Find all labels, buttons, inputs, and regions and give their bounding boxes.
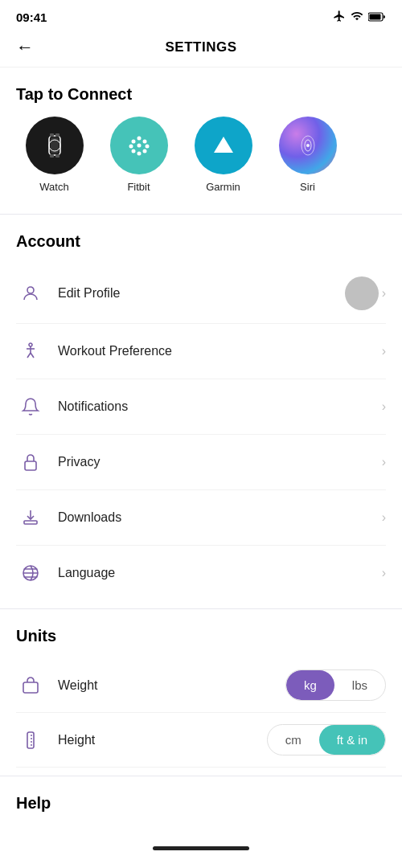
globe-icon — [16, 559, 45, 588]
connect-item-siri[interactable]: Siri — [269, 117, 346, 193]
svg-rect-8 — [55, 154, 59, 158]
svg-point-13 — [137, 144, 141, 148]
menu-item-language[interactable]: Language › — [16, 546, 386, 600]
siri-icon — [293, 130, 323, 161]
airplane-icon — [333, 10, 346, 25]
tap-to-connect-section: Tap to Connect Watch — [0, 68, 402, 214]
downloads-chevron: › — [382, 510, 386, 525]
svg-rect-32 — [27, 732, 34, 748]
notifications-label: Notifications — [58, 399, 382, 414]
svg-point-9 — [137, 137, 141, 141]
person-icon — [16, 279, 45, 308]
battery-icon — [368, 10, 386, 24]
edit-profile-chevron: › — [382, 286, 386, 301]
language-chevron: › — [382, 566, 386, 580]
page-header: ← SETTINGS — [0, 31, 402, 68]
weight-lbs-button[interactable]: lbs — [334, 670, 385, 700]
figure-icon — [16, 337, 45, 366]
garmin-label: Garmin — [206, 181, 240, 193]
privacy-chevron: › — [382, 455, 386, 469]
lock-icon — [16, 448, 45, 477]
fitbit-label: Fitbit — [127, 181, 150, 193]
units-title: Units — [16, 627, 386, 645]
status-icons — [333, 10, 386, 25]
height-ftin-button[interactable]: ft & in — [319, 725, 385, 755]
siri-label: Siri — [300, 181, 315, 193]
svg-rect-5 — [50, 133, 54, 137]
fitbit-icon-circle — [110, 117, 168, 174]
svg-rect-28 — [25, 461, 36, 470]
svg-point-14 — [145, 145, 149, 149]
status-time: 09:41 — [16, 10, 47, 24]
home-indicator — [153, 846, 249, 850]
unit-item-weight: Weight kg lbs — [16, 658, 386, 713]
weight-icon — [16, 671, 45, 700]
edit-profile-label: Edit Profile — [58, 286, 345, 301]
privacy-label: Privacy — [58, 455, 382, 469]
svg-line-27 — [31, 353, 34, 358]
back-button[interactable]: ← — [16, 37, 34, 58]
svg-rect-7 — [50, 154, 54, 158]
notifications-chevron: › — [382, 399, 386, 414]
watch-icon-circle — [26, 117, 84, 174]
workout-preference-label: Workout Preference — [58, 344, 382, 358]
svg-point-16 — [142, 149, 146, 154]
menu-item-downloads[interactable]: Downloads › — [16, 490, 386, 546]
help-title: Help — [16, 794, 386, 813]
menu-item-edit-profile[interactable]: Edit Profile › — [16, 264, 386, 324]
menu-item-notifications[interactable]: Notifications › — [16, 379, 386, 435]
siri-icon-circle — [279, 117, 337, 174]
garmin-icon — [208, 130, 239, 161]
ruler-icon — [16, 726, 45, 755]
wifi-icon — [351, 10, 363, 25]
svg-point-21 — [306, 144, 310, 147]
svg-line-26 — [27, 353, 31, 358]
svg-rect-1 — [370, 14, 381, 20]
language-label: Language — [58, 566, 382, 580]
svg-point-22 — [27, 287, 34, 293]
bottom-bar — [0, 833, 402, 858]
svg-rect-31 — [23, 682, 38, 693]
svg-point-10 — [131, 140, 135, 144]
connect-items-row: Watch Fitbit — [16, 117, 386, 206]
fitbit-icon — [124, 130, 154, 161]
connect-item-garmin[interactable]: Garmin — [185, 117, 261, 193]
account-title: Account — [16, 232, 386, 251]
unit-item-height: Height cm ft & in — [16, 713, 386, 768]
height-toggle[interactable]: cm ft & in — [267, 724, 386, 755]
workout-preference-chevron: › — [382, 344, 386, 358]
svg-point-11 — [142, 140, 146, 144]
menu-item-privacy[interactable]: Privacy › — [16, 435, 386, 490]
svg-point-12 — [129, 145, 133, 149]
svg-marker-18 — [214, 137, 233, 153]
tap-to-connect-title: Tap to Connect — [16, 85, 386, 104]
watch-icon — [39, 129, 71, 162]
units-section: Units Weight kg lbs Height cm — [0, 609, 402, 776]
weight-toggle[interactable]: kg lbs — [285, 669, 386, 701]
status-bar: 09:41 — [0, 0, 402, 31]
svg-point-15 — [131, 149, 135, 154]
height-label: Height — [58, 733, 267, 747]
svg-rect-29 — [24, 521, 37, 524]
connect-item-fitbit[interactable]: Fitbit — [100, 117, 177, 193]
download-icon — [16, 503, 45, 532]
account-section: Account Edit Profile › Workout Preferenc… — [0, 215, 402, 608]
svg-rect-6 — [55, 133, 59, 137]
menu-item-workout-preference[interactable]: Workout Preference › — [16, 324, 386, 379]
help-section: Help — [0, 776, 402, 833]
watch-label: Watch — [39, 181, 68, 193]
profile-toggle[interactable] — [345, 276, 379, 310]
garmin-icon-circle — [195, 117, 252, 174]
height-cm-button[interactable]: cm — [268, 725, 319, 755]
svg-point-17 — [137, 152, 141, 156]
svg-point-23 — [29, 343, 32, 346]
page-title: SETTINGS — [165, 39, 236, 55]
weight-kg-button[interactable]: kg — [286, 670, 334, 700]
bell-icon — [16, 392, 45, 421]
connect-item-watch[interactable]: Watch — [16, 117, 92, 193]
downloads-label: Downloads — [58, 510, 382, 525]
weight-label: Weight — [58, 678, 285, 693]
